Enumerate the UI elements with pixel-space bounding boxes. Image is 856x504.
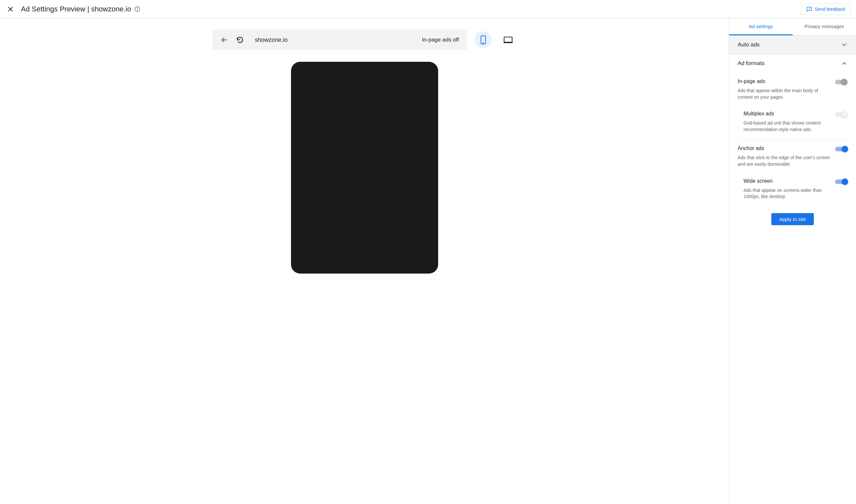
auto-ads-title: Auto ads [738,41,760,48]
close-icon [7,6,14,13]
feedback-icon [806,6,812,12]
multiplex-ads-setting: Multiplex ads Grid-based ad unit that sh… [738,103,848,140]
main-container: showzone.io In-page ads off Ad settings … [0,18,856,504]
url-bar: showzone.io In-page ads off [213,30,467,50]
chevron-down-icon [841,41,848,48]
arrow-left-icon [221,36,228,43]
tab-privacy-messages[interactable]: Privacy messages [792,18,856,35]
wide-screen-desc: Ads that appear on screens wider than 10… [744,187,831,200]
url-bar-row: showzone.io In-page ads off [213,30,517,50]
toggle-thumb [841,111,848,118]
page-header: Ad Settings Preview | showzone.io Send f… [0,0,856,18]
svg-point-6 [809,10,809,10]
page-title: Ad Settings Preview | showzone.io [21,5,140,13]
wide-screen-title: Wide screen [744,178,831,184]
apply-to-site-button[interactable]: Apply to site [771,213,814,225]
preview-area: showzone.io In-page ads off [0,18,729,504]
sidebar-tabs: Ad settings Privacy messages [729,18,856,36]
reload-button[interactable] [236,36,244,44]
svg-point-4 [137,7,138,8]
info-icon[interactable] [135,6,140,12]
apply-row: Apply to site [738,206,848,228]
anchor-ads-toggle[interactable] [835,147,848,151]
mobile-view-button[interactable] [475,31,492,48]
tab-ad-settings[interactable]: Ad settings [729,18,792,35]
url-text[interactable]: showzone.io [252,37,414,43]
send-feedback-button[interactable]: Send feedback [801,3,851,15]
feedback-label: Send feedback [815,6,845,12]
wide-screen-setting: Wide screen Ads that appear on screens w… [738,170,848,206]
ad-formats-section-header[interactable]: Ad formats [729,54,856,73]
in-page-ads-toggle[interactable] [835,80,848,84]
ad-formats-title: Ad formats [738,60,764,67]
ad-formats-section-body: In-page ads Ads that appear within the m… [729,73,856,228]
multiplex-ads-toggle[interactable] [835,112,848,117]
in-page-ads-title: In-page ads [738,78,831,84]
desktop-view-button[interactable] [500,31,517,48]
mobile-icon [480,35,486,44]
phone-preview-frame [291,62,438,274]
multiplex-ads-title: Multiplex ads [744,111,831,117]
anchor-ads-desc: Ads that stick to the edge of the user's… [738,155,831,167]
svg-rect-10 [504,37,512,42]
multiplex-ads-desc: Grid-based ad unit that shows content re… [744,120,831,133]
anchor-ads-title: Anchor ads [738,145,831,151]
reload-icon [236,36,244,43]
settings-sidebar: Ad settings Privacy messages Auto ads Ad… [729,18,856,504]
in-page-ads-desc: Ads that appear within the main body of … [738,88,831,100]
chevron-up-icon [841,60,848,67]
anchor-ads-setting: Anchor ads Ads that stick to the edge of… [738,140,848,170]
page-title-text: Ad Settings Preview | showzone.io [21,5,131,13]
desktop-icon [503,36,513,43]
header-left: Ad Settings Preview | showzone.io [6,5,140,13]
close-button[interactable] [6,5,14,13]
wide-screen-toggle[interactable] [835,179,848,184]
toggle-thumb [842,146,848,152]
toggle-thumb [842,178,848,185]
toggle-thumb [841,79,848,85]
in-page-ads-setting: In-page ads Ads that appear within the m… [738,73,848,103]
auto-ads-section-header[interactable]: Auto ads [729,36,856,54]
ads-status: In-page ads off [422,37,459,43]
back-button[interactable] [220,36,228,44]
